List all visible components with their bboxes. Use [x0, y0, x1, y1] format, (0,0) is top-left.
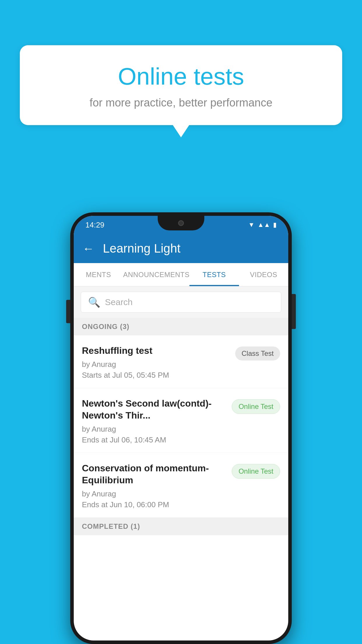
test-info: Conservation of momentum-Equilibrium by … — [82, 462, 232, 509]
phone-mockup: 14:29 ▼ ▲▲ ▮ ← Learning Light MENTS ANNO… — [70, 212, 292, 644]
test-badge-online: Online Test — [232, 464, 280, 479]
back-button[interactable]: ← — [82, 242, 94, 255]
test-badge-class: Class Test — [235, 346, 280, 360]
app-title: Learning Light — [103, 242, 180, 256]
test-info: Newton's Second law(contd)-Newton's Thir… — [82, 398, 232, 444]
test-time: Ends at Jun 10, 06:00 PM — [82, 500, 226, 509]
test-info: Reshuffling test by Anurag Starts at Jul… — [82, 345, 235, 380]
test-time: Starts at Jul 05, 05:45 PM — [82, 371, 229, 380]
phone-screen: 14:29 ▼ ▲▲ ▮ ← Learning Light MENTS ANNO… — [74, 216, 288, 640]
test-title: Newton's Second law(contd)-Newton's Thir… — [82, 398, 226, 422]
camera — [178, 220, 184, 226]
status-time: 14:29 — [85, 220, 104, 230]
test-badge-online: Online Test — [232, 399, 280, 414]
content-area: 🔍 Search ONGOING (3) Reshuffling test by… — [74, 286, 288, 640]
signal-icon: ▲▲ — [257, 221, 270, 229]
search-icon: 🔍 — [88, 296, 100, 308]
ongoing-section-header: ONGOING (3) — [74, 318, 288, 335]
phone-outer: 14:29 ▼ ▲▲ ▮ ← Learning Light MENTS ANNO… — [70, 212, 292, 644]
tab-tests[interactable]: TESTS — [189, 263, 239, 286]
search-bar[interactable]: 🔍 Search — [81, 292, 281, 313]
phone-notch — [158, 216, 204, 230]
status-icons: ▼ ▲▲ ▮ — [248, 221, 277, 229]
search-placeholder: Search — [105, 297, 133, 307]
test-item[interactable]: Reshuffling test by Anurag Starts at Jul… — [74, 335, 288, 388]
test-item[interactable]: Conservation of momentum-Equilibrium by … — [74, 453, 288, 518]
test-item[interactable]: Newton's Second law(contd)-Newton's Thir… — [74, 388, 288, 453]
test-title: Conservation of momentum-Equilibrium — [82, 462, 226, 487]
speech-bubble: Online tests for more practice, better p… — [20, 45, 342, 125]
tab-announcements[interactable]: ANNOUNCEMENTS — [123, 263, 189, 286]
wifi-icon: ▼ — [248, 221, 255, 229]
tab-videos[interactable]: VIDEOS — [239, 263, 288, 286]
bubble-subtitle: for more practice, better performance — [34, 97, 328, 109]
test-author: by Anurag — [82, 425, 226, 434]
tab-ments[interactable]: MENTS — [74, 263, 123, 286]
bubble-title: Online tests — [34, 63, 328, 90]
battery-icon: ▮ — [273, 221, 277, 229]
app-bar: ← Learning Light — [74, 234, 288, 263]
completed-section-header: COMPLETED (1) — [74, 518, 288, 535]
search-container: 🔍 Search — [74, 286, 288, 318]
test-title: Reshuffling test — [82, 345, 229, 357]
tabs-container: MENTS ANNOUNCEMENTS TESTS VIDEOS — [74, 263, 288, 286]
test-author: by Anurag — [82, 489, 226, 498]
speech-bubble-container: Online tests for more practice, better p… — [20, 45, 342, 125]
test-time: Ends at Jul 06, 10:45 AM — [82, 435, 226, 444]
test-author: by Anurag — [82, 360, 229, 369]
